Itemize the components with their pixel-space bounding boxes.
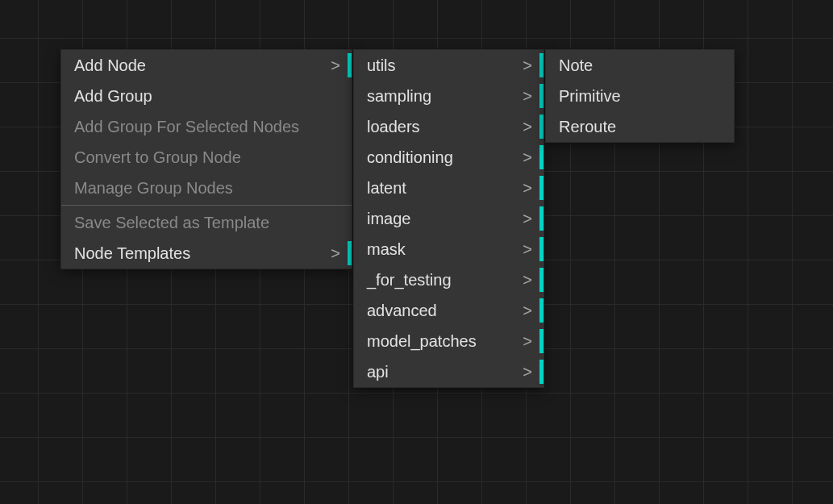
menu-item-label: mask [367, 240, 406, 259]
chevron-right-icon: > [523, 210, 532, 228]
chevron-right-icon: > [523, 148, 532, 167]
menu-item-model-patches[interactable]: model_patches > [354, 326, 544, 356]
menu-item-node-templates[interactable]: Node Templates > [61, 238, 352, 269]
menu-item-label: api [367, 363, 389, 381]
menu-item-label: Manage Group Nodes [74, 179, 233, 198]
menu-item-add-group-selected: Add Group For Selected Nodes [61, 111, 352, 142]
menu-item-label: sampling [367, 87, 431, 106]
menu-item-manage-group-nodes: Manage Group Nodes [61, 173, 352, 203]
chevron-right-icon: > [523, 240, 532, 259]
menu-item-mask[interactable]: mask > [354, 234, 544, 264]
menu-item-label: loaders [367, 118, 420, 136]
menu-item-conditioning[interactable]: conditioning > [354, 142, 544, 173]
menu-item-label: Convert to Group Node [74, 148, 241, 167]
menu-item-label: Add Group For Selected Nodes [74, 118, 299, 136]
menu-item-advanced[interactable]: advanced > [354, 295, 544, 326]
menu-item-sampling[interactable]: sampling > [354, 81, 544, 111]
chevron-right-icon: > [523, 179, 532, 198]
chevron-right-icon: > [523, 302, 532, 320]
menu-item-reroute[interactable]: Reroute [546, 111, 734, 142]
menu-separator [61, 205, 352, 206]
menu-item-primitive[interactable]: Primitive [546, 81, 734, 111]
menu-item-utils[interactable]: utils > [354, 50, 544, 81]
menu-item-latent[interactable]: latent > [354, 173, 544, 203]
chevron-right-icon: > [523, 87, 532, 106]
menu-item-label: Primitive [559, 87, 621, 106]
chevron-right-icon: > [523, 363, 532, 381]
menu-item-label: conditioning [367, 148, 453, 167]
chevron-right-icon: > [523, 332, 532, 351]
chevron-right-icon: > [331, 56, 340, 75]
menu-item-convert-group-node: Convert to Group Node [61, 142, 352, 173]
context-menu-categories: utils > sampling > loaders > conditionin… [353, 49, 544, 388]
menu-item-label: model_patches [367, 332, 477, 351]
menu-item-loaders[interactable]: loaders > [354, 111, 544, 142]
menu-item-label: latent [367, 179, 406, 198]
menu-item-note[interactable]: Note [546, 50, 734, 81]
menu-item-label: image [367, 210, 410, 228]
chevron-right-icon: > [331, 244, 340, 263]
menu-item-label: Reroute [559, 118, 616, 136]
context-menu-utils: Note Primitive Reroute [545, 49, 735, 143]
context-menu-root: Add Node > Add Group Add Group For Selec… [60, 49, 352, 269]
menu-item-image[interactable]: image > [354, 203, 544, 234]
menu-item-add-node[interactable]: Add Node > [61, 50, 352, 81]
chevron-right-icon: > [523, 118, 532, 136]
menu-item-label: _for_testing [367, 271, 452, 289]
menu-item-label: Note [559, 56, 593, 75]
menu-item-api[interactable]: api > [354, 356, 544, 387]
menu-item-label: Node Templates [74, 244, 190, 263]
menu-item-add-group[interactable]: Add Group [61, 81, 352, 111]
chevron-right-icon: > [523, 56, 532, 75]
menu-item-label: Save Selected as Template [74, 214, 269, 232]
menu-item-label: Add Node [74, 56, 146, 75]
chevron-right-icon: > [523, 271, 532, 289]
menu-item-label: advanced [367, 302, 437, 320]
menu-item-label: utils [367, 56, 396, 75]
menu-item-for-testing[interactable]: _for_testing > [354, 264, 544, 295]
menu-item-save-selected-template: Save Selected as Template [61, 207, 352, 238]
menu-item-label: Add Group [74, 87, 152, 106]
